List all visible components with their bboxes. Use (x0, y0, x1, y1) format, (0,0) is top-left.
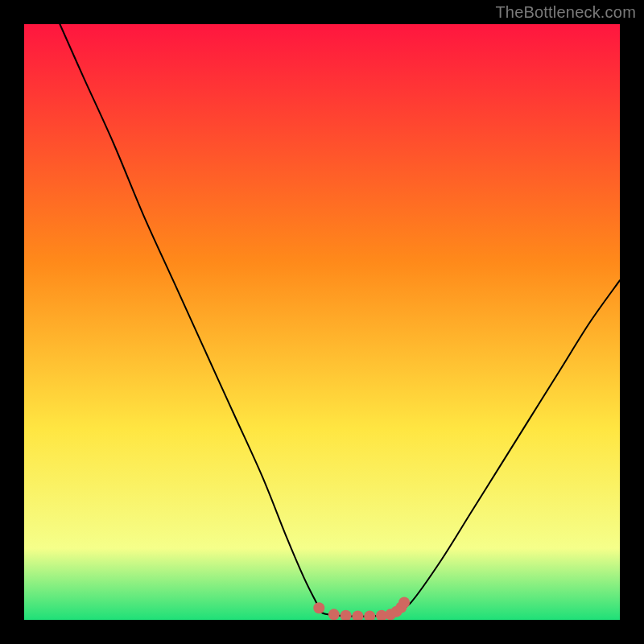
chart-svg (24, 24, 620, 620)
marker-dot (328, 609, 340, 620)
plot-area (24, 24, 620, 620)
marker-dot (398, 597, 410, 609)
marker-dot (313, 602, 324, 613)
chart-frame: TheBottleneck.com (0, 0, 644, 644)
watermark-text: TheBottleneck.com (495, 3, 636, 22)
gradient-background (24, 24, 620, 620)
